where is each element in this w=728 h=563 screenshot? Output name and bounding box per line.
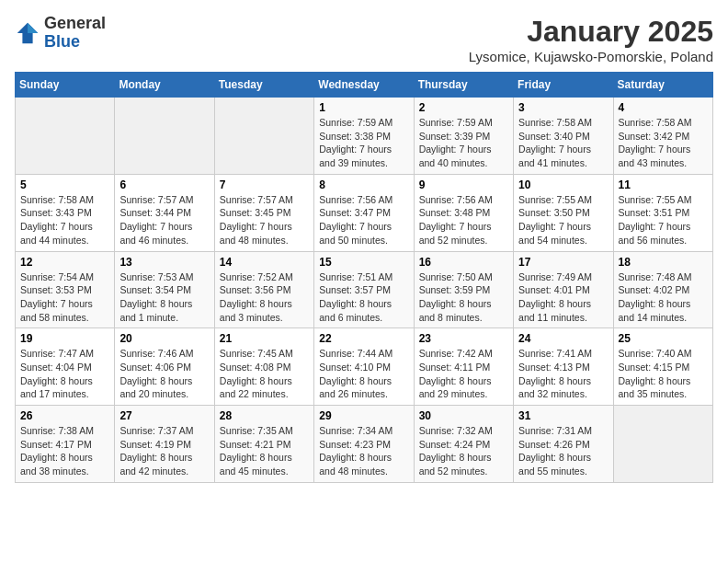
day-number: 25 [619,332,708,345]
calendar-cell: 30Sunrise: 7:32 AM Sunset: 4:24 PM Dayli… [414,406,513,483]
day-number: 12 [20,256,109,269]
weekday-header-tuesday: Tuesday [214,73,313,98]
calendar-cell: 9Sunrise: 7:56 AM Sunset: 3:48 PM Daylig… [414,174,513,251]
title-block: January 2025 Lysomice, Kujawsko-Pomorski… [469,15,713,64]
svg-marker-1 [28,23,38,33]
day-info: Sunrise: 7:50 AM Sunset: 3:59 PM Dayligh… [419,270,508,325]
day-number: 9 [419,178,508,191]
day-number: 4 [619,101,708,114]
day-info: Sunrise: 7:34 AM Sunset: 4:23 PM Dayligh… [319,424,408,478]
day-info: Sunrise: 7:53 AM Sunset: 3:54 PM Dayligh… [119,270,209,325]
day-info: Sunrise: 7:55 AM Sunset: 3:50 PM Dayligh… [518,193,608,247]
calendar-cell: 24Sunrise: 7:41 AM Sunset: 4:13 PM Dayli… [514,328,613,406]
day-info: Sunrise: 7:56 AM Sunset: 3:48 PM Dayligh… [419,193,508,247]
day-info: Sunrise: 7:56 AM Sunset: 3:47 PM Dayligh… [319,193,408,247]
weekday-header-friday: Friday [514,73,613,98]
weekday-header-monday: Monday [115,73,214,98]
day-number: 8 [319,178,408,191]
day-number: 28 [220,409,309,422]
page-header: General Blue January 2025 Lysomice, Kuja… [15,15,713,64]
day-info: Sunrise: 7:32 AM Sunset: 4:24 PM Dayligh… [419,424,508,478]
day-number: 18 [619,256,708,269]
day-info: Sunrise: 7:47 AM Sunset: 4:04 PM Dayligh… [20,347,109,401]
day-info: Sunrise: 7:49 AM Sunset: 4:01 PM Dayligh… [518,270,608,325]
calendar-cell [16,98,115,175]
calendar-cell [115,98,214,175]
day-number: 24 [518,332,608,345]
day-number: 15 [319,256,408,269]
calendar-cell [214,98,313,175]
day-number: 17 [518,256,608,269]
calendar-cell: 5Sunrise: 7:58 AM Sunset: 3:43 PM Daylig… [16,174,115,251]
day-number: 31 [518,409,608,422]
logo-blue-text: Blue [44,32,80,51]
calendar-table: SundayMondayTuesdayWednesdayThursdayFrid… [15,72,713,483]
day-number: 21 [220,332,309,345]
weekday-header-saturday: Saturday [613,73,712,98]
calendar-header: SundayMondayTuesdayWednesdayThursdayFrid… [16,73,713,98]
day-number: 1 [319,101,408,114]
calendar-cell: 31Sunrise: 7:31 AM Sunset: 4:26 PM Dayli… [514,406,613,483]
calendar-cell: 7Sunrise: 7:57 AM Sunset: 3:45 PM Daylig… [214,174,313,251]
calendar-cell: 2Sunrise: 7:59 AM Sunset: 3:39 PM Daylig… [414,98,513,175]
calendar-cell: 3Sunrise: 7:58 AM Sunset: 3:40 PM Daylig… [514,98,613,175]
day-number: 19 [20,332,109,345]
location-subtitle: Lysomice, Kujawsko-Pomorskie, Poland [469,49,713,64]
day-info: Sunrise: 7:35 AM Sunset: 4:21 PM Dayligh… [220,424,309,478]
calendar-cell: 17Sunrise: 7:49 AM Sunset: 4:01 PM Dayli… [514,251,613,328]
calendar-cell: 20Sunrise: 7:46 AM Sunset: 4:06 PM Dayli… [115,328,214,406]
calendar-cell: 22Sunrise: 7:44 AM Sunset: 4:10 PM Dayli… [314,328,414,406]
day-info: Sunrise: 7:45 AM Sunset: 4:08 PM Dayligh… [220,347,309,401]
calendar-cell: 13Sunrise: 7:53 AM Sunset: 3:54 PM Dayli… [115,251,214,328]
day-info: Sunrise: 7:55 AM Sunset: 3:51 PM Dayligh… [619,193,708,247]
day-info: Sunrise: 7:41 AM Sunset: 4:13 PM Dayligh… [518,347,608,401]
day-number: 26 [20,409,109,422]
day-info: Sunrise: 7:54 AM Sunset: 3:53 PM Dayligh… [20,270,109,325]
day-number: 29 [319,409,408,422]
day-info: Sunrise: 7:58 AM Sunset: 3:42 PM Dayligh… [619,116,708,170]
calendar-cell: 16Sunrise: 7:50 AM Sunset: 3:59 PM Dayli… [414,251,513,328]
calendar-cell: 26Sunrise: 7:38 AM Sunset: 4:17 PM Dayli… [16,406,115,483]
logo-general-text: General [44,14,106,32]
calendar-cell: 10Sunrise: 7:55 AM Sunset: 3:50 PM Dayli… [514,174,613,251]
calendar-cell: 15Sunrise: 7:51 AM Sunset: 3:57 PM Dayli… [314,251,414,328]
calendar-cell: 6Sunrise: 7:57 AM Sunset: 3:44 PM Daylig… [115,174,214,251]
day-info: Sunrise: 7:38 AM Sunset: 4:17 PM Dayligh… [20,424,109,478]
day-info: Sunrise: 7:37 AM Sunset: 4:19 PM Dayligh… [119,424,209,478]
calendar-cell: 21Sunrise: 7:45 AM Sunset: 4:08 PM Dayli… [214,328,313,406]
weekday-row: SundayMondayTuesdayWednesdayThursdayFrid… [16,73,713,98]
weekday-header-thursday: Thursday [414,73,513,98]
day-number: 27 [119,409,209,422]
calendar-cell: 1Sunrise: 7:59 AM Sunset: 3:38 PM Daylig… [314,98,414,175]
calendar-cell: 18Sunrise: 7:48 AM Sunset: 4:02 PM Dayli… [613,251,712,328]
day-info: Sunrise: 7:58 AM Sunset: 3:43 PM Dayligh… [20,193,109,247]
calendar-cell: 4Sunrise: 7:58 AM Sunset: 3:42 PM Daylig… [613,98,712,175]
day-number: 14 [220,256,309,269]
calendar-body: 1Sunrise: 7:59 AM Sunset: 3:38 PM Daylig… [16,98,713,483]
day-info: Sunrise: 7:48 AM Sunset: 4:02 PM Dayligh… [619,270,708,325]
day-info: Sunrise: 7:59 AM Sunset: 3:38 PM Dayligh… [319,116,408,170]
day-number: 20 [119,332,209,345]
calendar-cell: 19Sunrise: 7:47 AM Sunset: 4:04 PM Dayli… [16,328,115,406]
day-info: Sunrise: 7:59 AM Sunset: 3:39 PM Dayligh… [419,116,508,170]
day-number: 2 [419,101,508,114]
calendar-cell: 23Sunrise: 7:42 AM Sunset: 4:11 PM Dayli… [414,328,513,406]
day-number: 22 [319,332,408,345]
day-number: 23 [419,332,508,345]
week-row-1: 1Sunrise: 7:59 AM Sunset: 3:38 PM Daylig… [16,98,713,175]
calendar-cell: 11Sunrise: 7:55 AM Sunset: 3:51 PM Dayli… [613,174,712,251]
calendar-cell: 14Sunrise: 7:52 AM Sunset: 3:56 PM Dayli… [214,251,313,328]
day-number: 7 [220,178,309,191]
day-info: Sunrise: 7:40 AM Sunset: 4:15 PM Dayligh… [619,347,708,401]
month-title: January 2025 [469,15,713,49]
day-number: 6 [119,178,209,191]
day-info: Sunrise: 7:57 AM Sunset: 3:45 PM Dayligh… [220,193,309,247]
calendar-cell: 8Sunrise: 7:56 AM Sunset: 3:47 PM Daylig… [314,174,414,251]
week-row-3: 12Sunrise: 7:54 AM Sunset: 3:53 PM Dayli… [16,251,713,328]
day-info: Sunrise: 7:42 AM Sunset: 4:11 PM Dayligh… [419,347,508,401]
day-number: 13 [119,256,209,269]
calendar-cell: 27Sunrise: 7:37 AM Sunset: 4:19 PM Dayli… [115,406,214,483]
weekday-header-sunday: Sunday [16,73,115,98]
day-info: Sunrise: 7:46 AM Sunset: 4:06 PM Dayligh… [119,347,209,401]
day-number: 11 [619,178,708,191]
